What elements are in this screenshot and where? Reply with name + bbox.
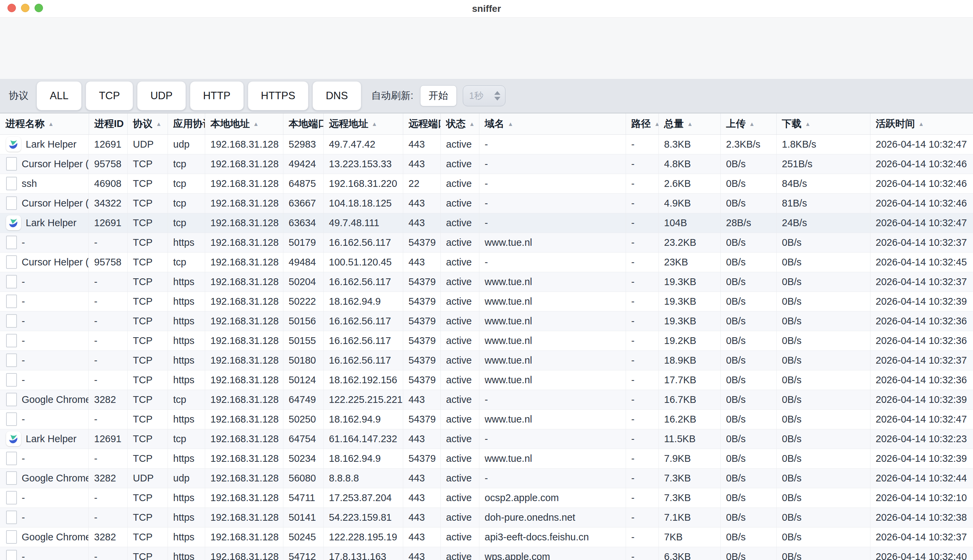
table-row[interactable]: ssh46908TCPtcp192.168.31.12864875192.168… [0,174,973,194]
table-row[interactable]: Cursor Helper (F34322TCPtcp192.168.31.12… [0,194,973,213]
cell-upload: 0B/s [720,390,776,410]
filter-button-udp[interactable]: UDP [137,81,185,110]
cell-download: 0B/s [776,272,870,292]
cell-pid: - [89,449,127,468]
cell-protocol: TCP [127,272,168,292]
app-icon-placeholder [6,353,17,367]
column-header-protocol[interactable]: 协议▲ [127,113,168,134]
cell-path: - [626,429,658,449]
cell-local_addr: 192.168.31.128 [205,292,283,312]
cell-process: Google Chrome [0,527,89,547]
cell-local_port: 54711 [283,488,323,508]
refresh-interval-value: 1秒 [469,90,483,102]
process-name: - [22,492,25,503]
cell-download: 0B/s [776,547,870,560]
cell-remote_port: 54379 [403,272,440,292]
app-icon-placeholder [6,491,17,505]
filter-button-https[interactable]: HTTPS [248,81,309,110]
column-header-domain[interactable]: 域名▲ [479,113,626,134]
column-header-remote_port[interactable]: 远程端口 [403,113,440,134]
refresh-interval-select[interactable]: 1秒 [463,85,505,106]
cell-path: - [626,449,658,468]
cell-app_protocol: https [168,292,205,312]
cell-remote_addr: 61.164.147.232 [323,429,403,449]
filter-button-tcp[interactable]: TCP [86,81,133,110]
table-row[interactable]: Cursor Helper (F95758TCPtcp192.168.31.12… [0,154,973,174]
cell-remote_port: 443 [403,253,440,272]
table-row[interactable]: --TCPhttps192.168.31.1285022218.162.94.9… [0,292,973,312]
cell-process: - [0,370,89,390]
cell-pid: 3282 [89,527,127,547]
cell-download: 0B/s [776,488,870,508]
column-header-total[interactable]: 总量▲ [658,113,720,134]
cell-download: 81B/s [776,194,870,213]
column-header-local_addr[interactable]: 本地地址▲ [205,113,283,134]
table-row[interactable]: --TCPhttps192.168.31.1285471217.8.131.16… [0,547,973,560]
process-name: - [22,276,25,287]
cell-domain: doh-pure.onedns.net [479,508,626,527]
cell-protocol: UDP [127,134,168,154]
column-header-pid[interactable]: 进程ID▲ [89,113,127,134]
column-header-path[interactable]: 路径▲ [626,113,658,134]
cell-domain: - [479,253,626,272]
table-row[interactable]: Lark Helper12691UDPudp192.168.31.1285298… [0,134,973,154]
start-refresh-button[interactable]: 开始 [420,85,457,106]
cell-path: - [626,351,658,370]
table-row[interactable]: Lark Helper12691TCPtcp192.168.31.1286475… [0,429,973,449]
table-row[interactable]: Lark Helper12691TCPtcp192.168.31.1286363… [0,213,973,233]
table-row[interactable]: --TCPhttps192.168.31.1285014154.223.159.… [0,508,973,527]
filter-button-all[interactable]: ALL [37,81,82,110]
table-row[interactable]: --TCPhttps192.168.31.1285023418.162.94.9… [0,449,973,468]
table-row[interactable]: --TCPhttps192.168.31.1285017916.162.56.1… [0,233,973,253]
app-icon-placeholder [6,510,17,524]
column-header-status[interactable]: 状态▲ [440,113,479,134]
process-name: Cursor Helper (F [22,158,88,170]
table-row[interactable]: --TCPhttps192.168.31.1285471117.253.87.2… [0,488,973,508]
app-icon-placeholder [6,373,17,387]
table-row[interactable]: --TCPhttps192.168.31.1285018016.162.56.1… [0,351,973,370]
process-name: Lark Helper [26,217,77,228]
cell-path: - [626,390,658,410]
table-row[interactable]: --TCPhttps192.168.31.1285012418.162.192.… [0,370,973,390]
cell-process: - [0,312,89,331]
app-icon-placeholder [6,412,17,426]
cell-status: active [440,331,479,351]
column-header-active_time[interactable]: 活跃时间▲ [870,113,973,134]
cell-total: 7.9KB [658,449,720,468]
cell-active_time: 2026-04-14 10:32:47 [870,134,973,154]
cell-active_time: 2026-04-14 10:32:40 [870,547,973,560]
table-row[interactable]: --TCPhttps192.168.31.1285015616.162.56.1… [0,312,973,331]
column-header-download[interactable]: 下载▲ [776,113,870,134]
cell-process: Cursor Helper (F [0,154,89,174]
column-header-local_port[interactable]: 本地端口 [283,113,323,134]
table-row[interactable]: Cursor Helper (F95758TCPtcp192.168.31.12… [0,253,973,272]
column-header-app_protocol[interactable]: 应用协议 [168,113,205,134]
cell-active_time: 2026-04-14 10:32:47 [870,213,973,233]
app-icon-placeholder [6,255,17,269]
column-header-upload[interactable]: 上传▲ [720,113,776,134]
column-header-remote_addr[interactable]: 远程地址▲ [323,113,403,134]
table-row[interactable]: Google Chrome3282UDPudp192.168.31.128560… [0,468,973,488]
column-header-process[interactable]: 进程名称▲ [0,113,89,134]
cell-protocol: UDP [127,468,168,488]
table-row[interactable]: --TCPhttps192.168.31.1285015516.162.56.1… [0,331,973,351]
cell-domain: www.tue.nl [479,449,626,468]
filter-button-dns[interactable]: DNS [313,81,361,110]
table-row[interactable]: Google Chrome3282TCPtcp192.168.31.128647… [0,390,973,410]
sort-asc-icon: ▲ [469,121,475,127]
table-row[interactable]: Google Chrome3282TCPhttps192.168.31.1285… [0,527,973,547]
table-row[interactable]: --TCPhttps192.168.31.1285020416.162.56.1… [0,272,973,292]
cell-app_protocol: https [168,272,205,292]
sort-asc-icon: ▲ [372,121,378,127]
filter-button-http[interactable]: HTTP [190,81,244,110]
table-row[interactable]: --TCPhttps192.168.31.1285025018.162.94.9… [0,410,973,429]
cell-remote_port: 54379 [403,410,440,429]
cell-domain: www.tue.nl [479,331,626,351]
cell-path: - [626,331,658,351]
cell-process: - [0,410,89,429]
cell-local_addr: 192.168.31.128 [205,429,283,449]
cell-status: active [440,194,479,213]
cell-status: active [440,429,479,449]
app-icon-placeholder [6,197,17,210]
cell-local_port: 50245 [283,527,323,547]
